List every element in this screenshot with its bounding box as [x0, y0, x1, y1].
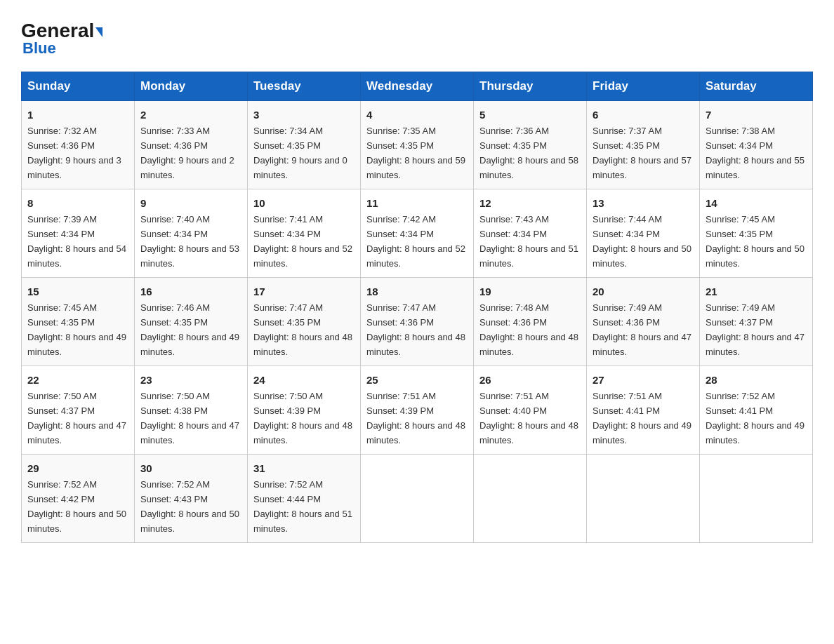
day-info: Sunrise: 7:52 AMSunset: 4:44 PMDaylight:… [253, 479, 352, 534]
day-number: 16 [140, 283, 241, 300]
day-number: 7 [706, 107, 807, 123]
day-info: Sunrise: 7:35 AMSunset: 4:35 PMDaylight:… [366, 126, 465, 180]
calendar-cell: 9 Sunrise: 7:40 AMSunset: 4:34 PMDayligh… [135, 189, 248, 277]
logo-general: General [21, 20, 94, 41]
day-number: 15 [27, 283, 128, 300]
calendar-cell: 12 Sunrise: 7:43 AMSunset: 4:34 PMDaylig… [474, 189, 587, 277]
day-number: 20 [593, 283, 694, 300]
calendar-cell: 30 Sunrise: 7:52 AMSunset: 4:43 PMDaylig… [135, 454, 248, 542]
day-info: Sunrise: 7:49 AMSunset: 4:37 PMDaylight:… [706, 302, 805, 357]
day-number: 2 [140, 107, 241, 123]
calendar-cell: 4 Sunrise: 7:35 AMSunset: 4:35 PMDayligh… [361, 101, 474, 189]
day-info: Sunrise: 7:52 AMSunset: 4:43 PMDaylight:… [140, 479, 239, 534]
week-row-3: 15 Sunrise: 7:45 AMSunset: 4:35 PMDaylig… [22, 277, 813, 365]
day-info: Sunrise: 7:41 AMSunset: 4:34 PMDaylight:… [253, 214, 352, 269]
logo-triangle-icon [95, 27, 102, 37]
day-info: Sunrise: 7:52 AMSunset: 4:41 PMDaylight:… [706, 391, 805, 445]
day-number: 21 [706, 283, 807, 300]
weekday-header-tuesday: Tuesday [248, 72, 361, 101]
weekday-header-sunday: Sunday [22, 72, 135, 101]
calendar-cell: 8 Sunrise: 7:39 AMSunset: 4:34 PMDayligh… [22, 189, 135, 277]
day-info: Sunrise: 7:36 AMSunset: 4:35 PMDaylight:… [479, 126, 578, 180]
day-info: Sunrise: 7:52 AMSunset: 4:42 PMDaylight:… [27, 479, 126, 534]
calendar-cell: 19 Sunrise: 7:48 AMSunset: 4:36 PMDaylig… [474, 277, 587, 365]
calendar-cell: 2 Sunrise: 7:33 AMSunset: 4:36 PMDayligh… [135, 101, 248, 189]
day-number: 9 [140, 195, 241, 211]
weekday-header-row: SundayMondayTuesdayWednesdayThursdayFrid… [22, 72, 813, 101]
day-info: Sunrise: 7:37 AMSunset: 4:35 PMDaylight:… [593, 126, 691, 180]
day-info: Sunrise: 7:51 AMSunset: 4:39 PMDaylight:… [366, 391, 465, 445]
calendar-cell: 13 Sunrise: 7:44 AMSunset: 4:34 PMDaylig… [587, 189, 700, 277]
calendar-cell: 16 Sunrise: 7:46 AMSunset: 4:35 PMDaylig… [135, 277, 248, 365]
calendar-cell: 20 Sunrise: 7:49 AMSunset: 4:36 PMDaylig… [587, 277, 700, 365]
weekday-header-wednesday: Wednesday [361, 72, 474, 101]
page-header: General Blue [21, 21, 813, 58]
logo-blue: Blue [21, 39, 56, 58]
calendar-cell: 25 Sunrise: 7:51 AMSunset: 4:39 PMDaylig… [361, 365, 474, 454]
calendar-cell [700, 454, 813, 542]
day-number: 17 [253, 283, 355, 300]
day-number: 6 [593, 107, 694, 123]
calendar-cell: 3 Sunrise: 7:34 AMSunset: 4:35 PMDayligh… [248, 101, 361, 189]
calendar-cell: 6 Sunrise: 7:37 AMSunset: 4:35 PMDayligh… [587, 101, 700, 189]
day-number: 14 [706, 195, 807, 211]
week-row-1: 1 Sunrise: 7:32 AMSunset: 4:36 PMDayligh… [22, 101, 813, 189]
day-number: 12 [479, 195, 581, 211]
calendar-cell: 11 Sunrise: 7:42 AMSunset: 4:34 PMDaylig… [361, 189, 474, 277]
day-number: 29 [27, 460, 128, 476]
calendar-cell: 29 Sunrise: 7:52 AMSunset: 4:42 PMDaylig… [22, 454, 135, 542]
day-number: 13 [593, 195, 694, 211]
day-info: Sunrise: 7:32 AMSunset: 4:36 PMDaylight:… [27, 126, 121, 180]
day-number: 8 [27, 195, 128, 211]
calendar-cell [587, 454, 700, 542]
day-info: Sunrise: 7:47 AMSunset: 4:36 PMDaylight:… [366, 302, 465, 357]
calendar-cell [361, 454, 474, 542]
day-info: Sunrise: 7:46 AMSunset: 4:35 PMDaylight:… [140, 302, 239, 357]
week-row-2: 8 Sunrise: 7:39 AMSunset: 4:34 PMDayligh… [22, 189, 813, 277]
day-info: Sunrise: 7:47 AMSunset: 4:35 PMDaylight:… [253, 302, 352, 357]
day-info: Sunrise: 7:50 AMSunset: 4:39 PMDaylight:… [253, 391, 352, 445]
calendar-cell: 18 Sunrise: 7:47 AMSunset: 4:36 PMDaylig… [361, 277, 474, 365]
day-number: 26 [479, 372, 581, 388]
day-info: Sunrise: 7:33 AMSunset: 4:36 PMDaylight:… [140, 126, 234, 180]
day-number: 18 [366, 283, 468, 300]
weekday-header-friday: Friday [587, 72, 700, 101]
day-number: 23 [140, 372, 241, 388]
calendar-cell: 15 Sunrise: 7:45 AMSunset: 4:35 PMDaylig… [22, 277, 135, 365]
day-info: Sunrise: 7:43 AMSunset: 4:34 PMDaylight:… [479, 214, 578, 269]
calendar-cell: 23 Sunrise: 7:50 AMSunset: 4:38 PMDaylig… [135, 365, 248, 454]
day-number: 31 [253, 460, 355, 476]
day-number: 27 [593, 372, 694, 388]
calendar-cell: 26 Sunrise: 7:51 AMSunset: 4:40 PMDaylig… [474, 365, 587, 454]
day-number: 24 [253, 372, 355, 388]
calendar-cell: 27 Sunrise: 7:51 AMSunset: 4:41 PMDaylig… [587, 365, 700, 454]
day-info: Sunrise: 7:45 AMSunset: 4:35 PMDaylight:… [706, 214, 805, 269]
weekday-header-saturday: Saturday [700, 72, 813, 101]
calendar-cell [474, 454, 587, 542]
day-info: Sunrise: 7:50 AMSunset: 4:37 PMDaylight:… [27, 391, 126, 445]
calendar-cell: 21 Sunrise: 7:49 AMSunset: 4:37 PMDaylig… [700, 277, 813, 365]
day-info: Sunrise: 7:39 AMSunset: 4:34 PMDaylight:… [27, 214, 126, 269]
day-number: 11 [366, 195, 468, 211]
calendar-table: SundayMondayTuesdayWednesdayThursdayFrid… [21, 72, 813, 543]
calendar-cell: 10 Sunrise: 7:41 AMSunset: 4:34 PMDaylig… [248, 189, 361, 277]
day-info: Sunrise: 7:51 AMSunset: 4:40 PMDaylight:… [479, 391, 578, 445]
logo-text: General [21, 21, 102, 41]
day-info: Sunrise: 7:34 AMSunset: 4:35 PMDaylight:… [253, 126, 348, 180]
calendar-cell: 1 Sunrise: 7:32 AMSunset: 4:36 PMDayligh… [22, 101, 135, 189]
calendar-cell: 5 Sunrise: 7:36 AMSunset: 4:35 PMDayligh… [474, 101, 587, 189]
day-number: 28 [706, 372, 807, 388]
day-number: 19 [479, 283, 581, 300]
day-number: 1 [27, 107, 128, 123]
day-info: Sunrise: 7:51 AMSunset: 4:41 PMDaylight:… [593, 391, 691, 445]
calendar-cell: 17 Sunrise: 7:47 AMSunset: 4:35 PMDaylig… [248, 277, 361, 365]
week-row-4: 22 Sunrise: 7:50 AMSunset: 4:37 PMDaylig… [22, 365, 813, 454]
calendar-cell: 22 Sunrise: 7:50 AMSunset: 4:37 PMDaylig… [22, 365, 135, 454]
day-info: Sunrise: 7:44 AMSunset: 4:34 PMDaylight:… [593, 214, 691, 269]
calendar-cell: 31 Sunrise: 7:52 AMSunset: 4:44 PMDaylig… [248, 454, 361, 542]
day-number: 10 [253, 195, 355, 211]
calendar-cell: 7 Sunrise: 7:38 AMSunset: 4:34 PMDayligh… [700, 101, 813, 189]
day-info: Sunrise: 7:50 AMSunset: 4:38 PMDaylight:… [140, 391, 239, 445]
day-info: Sunrise: 7:40 AMSunset: 4:34 PMDaylight:… [140, 214, 239, 269]
day-number: 4 [366, 107, 468, 123]
